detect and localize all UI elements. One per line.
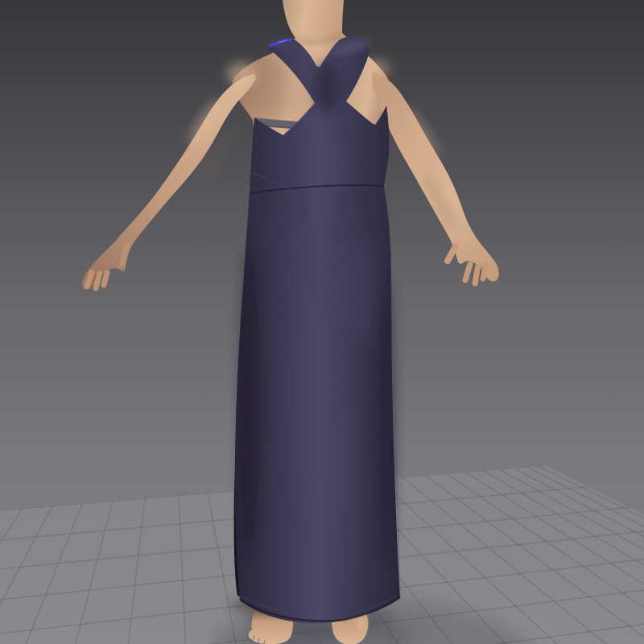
viewport-3d[interactable] [0, 0, 644, 644]
fingers-left [87, 272, 107, 288]
viewport-canvas[interactable] [0, 0, 644, 644]
